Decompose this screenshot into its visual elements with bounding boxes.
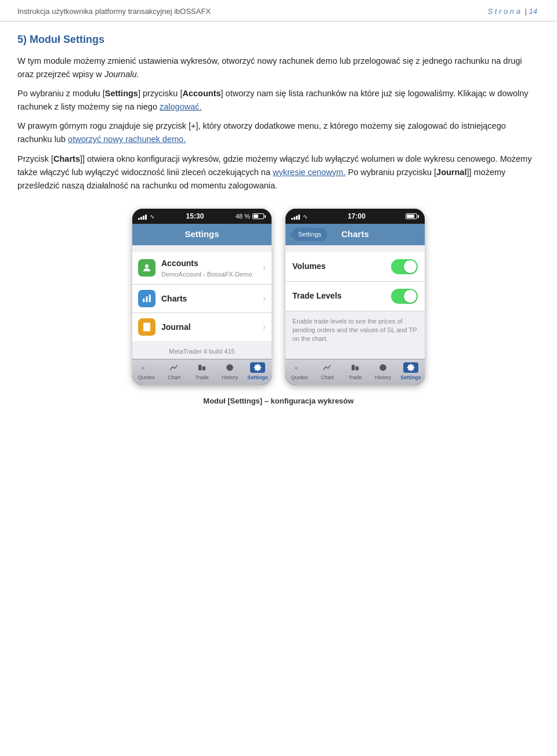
volumes-toggle[interactable] [391, 259, 418, 274]
svg-rect-2 [146, 296, 148, 302]
settings-content: Accounts DemoAccount - BossaFX-Demo › Ch… [132, 245, 272, 359]
nav-history-right[interactable]: History [369, 359, 397, 385]
charts-icon [138, 290, 155, 307]
nav-chart-right[interactable]: Chart [313, 359, 341, 385]
nav-chart-left[interactable]: Chart [160, 359, 188, 385]
charts-chevron: › [263, 292, 266, 306]
charts-label: Charts [161, 293, 257, 305]
charts-description: Enable trade levels to see the prices of… [285, 311, 425, 350]
svg-rect-9 [198, 365, 201, 370]
paragraph-2: Po wybraniu z modułu [Settings] przycisk… [17, 87, 540, 114]
accounts-row[interactable]: Accounts DemoAccount - BossaFX-Demo › [132, 252, 272, 285]
settings-icon-right [403, 362, 418, 373]
footer-text: MetaTrader 4 build 415 [132, 341, 272, 359]
nav-quotes-right[interactable]: ≈ Quotes [285, 359, 313, 385]
nav-quotes-left[interactable]: ≈ Quotes [132, 359, 160, 385]
accounts-text: Accounts DemoAccount - BossaFX-Demo [161, 257, 257, 279]
paragraph-3: W prawym górnym rogu znajduje się przyci… [17, 119, 540, 146]
battery-icon [252, 213, 266, 219]
nav-settings-right[interactable]: Settings [397, 359, 425, 385]
svg-text:≈: ≈ [142, 365, 144, 371]
accounts-label: Accounts [161, 257, 257, 270]
accounts-sublabel: DemoAccount - BossaFX-Demo [161, 270, 257, 279]
nav-trade-right[interactable]: Trade [341, 359, 369, 385]
settings-icon [250, 362, 265, 373]
volumes-row[interactable]: Volumes [285, 252, 425, 282]
status-left-right: ∿ [291, 212, 308, 221]
svg-rect-3 [149, 295, 151, 302]
journal-row[interactable]: Journal › [132, 313, 272, 341]
svg-point-0 [145, 264, 149, 268]
bottom-nav-left: ≈ Quotes Chart Trade [132, 359, 272, 385]
accounts-chevron: › [263, 261, 266, 275]
time-display-right: 17:00 [348, 211, 366, 221]
svg-text:≈: ≈ [295, 365, 298, 371]
nav-trade-left[interactable]: Trade [188, 359, 216, 385]
journal-label: Journal [161, 321, 257, 333]
status-bar-left: ∿ 15:30 48 % [132, 209, 272, 224]
history-icon [223, 362, 237, 373]
nav-settings-left[interactable]: Settings [244, 359, 272, 385]
nav-title-charts: Charts [341, 228, 369, 241]
battery-icon-right [406, 213, 419, 219]
nav-back-button[interactable]: Settings [290, 228, 327, 241]
chart-icon [167, 362, 181, 373]
paragraph-4: Przycisk [Charts]] otwiera okno konfigur… [17, 152, 540, 193]
svg-rect-15 [356, 366, 359, 370]
quotes-icon: ≈ [139, 362, 153, 373]
volumes-label: Volumes [292, 260, 325, 272]
journal-icon [138, 318, 155, 336]
chart-icon-right [320, 362, 334, 373]
journal-chevron: › [263, 320, 266, 334]
charts-text: Charts [161, 293, 257, 305]
status-bar-right: ∿ 17:00 [285, 209, 425, 224]
svg-rect-14 [352, 365, 355, 370]
phone-right: ∿ 17:00 Settings Charts [285, 209, 425, 385]
trade-levels-label: Trade Levels [292, 290, 342, 302]
page-number: S t r o n a | 14 [488, 6, 540, 17]
wifi-icon-right: ∿ [303, 212, 308, 221]
document-header: Instrukcja użytkownika platformy transak… [0, 0, 557, 21]
nav-title-settings: Settings [185, 228, 219, 241]
accounts-icon [138, 259, 155, 277]
settings-list: Accounts DemoAccount - BossaFX-Demo › Ch… [132, 252, 272, 341]
quotes-icon-right: ≈ [292, 362, 306, 373]
signal-icon-right [291, 213, 300, 220]
paragraph-1: W tym module możemy zmienić ustawienia w… [17, 54, 540, 81]
trade-levels-toggle[interactable] [391, 289, 418, 304]
screenshots-row: ∿ 15:30 48 % Settings [17, 209, 540, 385]
history-icon-right [376, 362, 390, 373]
wifi-icon: ∿ [150, 212, 154, 221]
document-body: 5) Moduł Settings W tym module możemy zm… [0, 21, 557, 422]
svg-rect-10 [202, 366, 205, 370]
svg-rect-1 [143, 299, 144, 302]
status-right-right [406, 213, 419, 219]
status-right: 48 % [236, 212, 266, 221]
status-left: ∿ [138, 212, 154, 221]
nav-history-left[interactable]: History [216, 359, 244, 385]
caption: Moduł [Settings] – konfiguracja wykresów [17, 395, 540, 407]
journal-text: Journal [161, 321, 257, 333]
charts-row[interactable]: Charts › [132, 285, 272, 313]
charts-list: Volumes Trade Levels [285, 252, 425, 311]
instruction-label: Instrukcja użytkownika platformy transak… [17, 6, 211, 17]
bottom-nav-right: ≈ Quotes Chart Trade [285, 359, 425, 385]
trade-icon [195, 362, 209, 373]
section-title: 5) Moduł Settings [17, 32, 540, 48]
nav-bar-right: Settings Charts [285, 224, 425, 245]
phone-left: ∿ 15:30 48 % Settings [132, 209, 272, 385]
trade-icon-right [348, 362, 362, 373]
trade-levels-row[interactable]: Trade Levels [285, 282, 425, 311]
signal-icon [138, 213, 147, 220]
nav-bar-left: Settings [132, 224, 272, 245]
time-display: 15:30 [186, 211, 204, 221]
charts-content: Volumes Trade Levels Enable trade levels… [285, 245, 425, 359]
